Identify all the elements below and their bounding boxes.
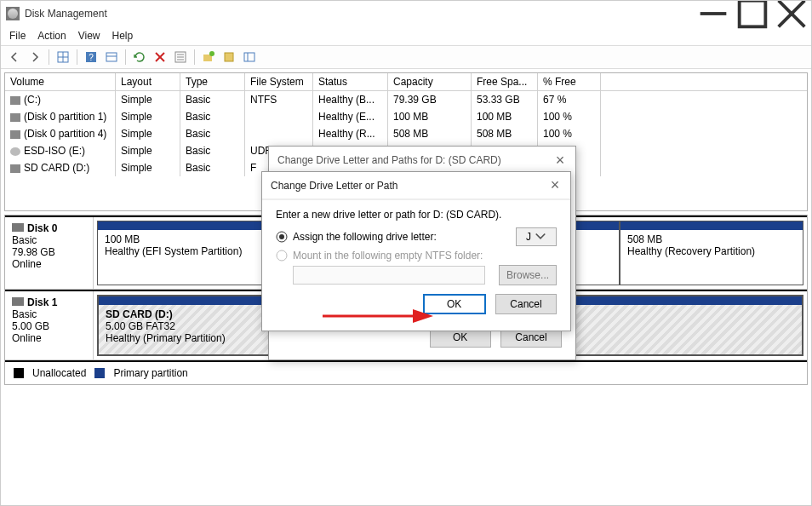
annotation-arrow — [319, 305, 438, 330]
partition-status: Healthy (Recovery Partition) — [627, 245, 796, 257]
swatch-unallocated — [14, 368, 24, 378]
col-status[interactable]: Status — [313, 73, 388, 91]
forward-icon[interactable] — [26, 49, 43, 66]
chevron-down-icon — [535, 231, 546, 243]
disk-name: Disk 0 — [27, 222, 57, 234]
table-row[interactable]: (C:)SimpleBasicNTFSHealthy (B...79.39 GB… — [5, 91, 807, 108]
close-icon[interactable]: × — [553, 152, 567, 170]
legend: Unallocated Primary partition — [5, 362, 807, 384]
browse-button[interactable]: Browse... — [499, 265, 557, 285]
new-folder-icon[interactable] — [200, 49, 217, 66]
menu-help[interactable]: Help — [112, 30, 134, 42]
legend-unallocated: Unallocated — [32, 367, 86, 379]
col-capacity[interactable]: Capacity — [388, 73, 472, 91]
disk-state: Online — [12, 258, 86, 270]
maximize-button[interactable] — [733, 1, 772, 26]
volume-icon — [10, 96, 20, 105]
col-freespace[interactable]: Free Spa... — [472, 73, 538, 91]
svg-point-23 — [279, 234, 284, 239]
svg-rect-20 — [244, 53, 254, 61]
svg-marker-26 — [413, 309, 433, 323]
window-title: Disk Management — [25, 8, 694, 20]
col-type[interactable]: Type — [180, 73, 245, 91]
partition-color-bar — [98, 221, 263, 230]
view-icon[interactable] — [103, 49, 120, 66]
partition-status: Healthy (EFI System Partition) — [105, 245, 256, 257]
disk-icon — [12, 297, 24, 306]
col-filesystem[interactable]: File System — [245, 73, 313, 91]
table-row[interactable]: (Disk 0 partition 4)SimpleBasicHealthy (… — [5, 125, 807, 142]
partition-color-bar — [620, 221, 803, 230]
radio-assign-letter[interactable]: Assign the following drive letter: J — [276, 227, 557, 246]
radio-unselected-icon — [276, 250, 288, 262]
radio-label: Assign the following drive letter: — [293, 231, 437, 243]
toolbar-separator — [77, 49, 77, 65]
close-icon[interactable]: × — [548, 176, 562, 194]
svg-point-24 — [277, 250, 287, 261]
drive-letter-value: J — [526, 231, 531, 243]
svg-rect-1 — [740, 1, 766, 27]
partition-size: 100 MB — [105, 233, 256, 245]
disk-info-1: Disk 1 Basic 5.00 GB Online — [5, 291, 94, 359]
cancel-button[interactable]: Cancel — [495, 294, 557, 314]
volume-header: Volume Layout Type File System Status Ca… — [5, 73, 807, 91]
table-row[interactable]: (Disk 0 partition 1)SimpleBasicHealthy (… — [5, 108, 807, 125]
col-volume[interactable]: Volume — [5, 73, 116, 91]
close-button[interactable] — [772, 1, 811, 26]
disk-state: Online — [12, 332, 86, 344]
dialog-title: Change Drive Letter or Path — [271, 180, 548, 192]
col-layout[interactable]: Layout — [116, 73, 180, 91]
grid-icon[interactable] — [54, 49, 71, 66]
radio-mount-folder[interactable]: Mount in the following empty NTFS folder… — [276, 250, 557, 262]
titlebar: Disk Management — [1, 1, 811, 26]
back-icon[interactable] — [6, 49, 23, 66]
disk-icon — [12, 223, 24, 232]
svg-text:?: ? — [89, 53, 94, 62]
toolbar-separator — [194, 49, 195, 65]
disk-size: 79.98 GB — [12, 246, 86, 258]
dialog-title: Change Drive Letter and Paths for D: (SD… — [277, 154, 553, 166]
radio-selected-icon — [276, 231, 288, 243]
partition-size: 508 MB — [627, 233, 796, 245]
toolbar-separator — [125, 49, 126, 65]
folder-path-input[interactable] — [293, 266, 485, 285]
disk-type: Basic — [12, 308, 86, 320]
menu-file[interactable]: File — [9, 30, 26, 42]
minimize-button[interactable] — [694, 1, 733, 26]
svg-rect-19 — [225, 53, 233, 61]
delete-icon[interactable] — [152, 49, 169, 66]
refresh-icon[interactable] — [131, 49, 148, 66]
volume-icon — [10, 147, 20, 156]
volume-icon — [10, 130, 20, 139]
menu-action[interactable]: Action — [37, 30, 66, 42]
list-icon[interactable] — [241, 49, 258, 66]
toolbar: ? — [1, 45, 811, 69]
disk-size: 5.00 GB — [12, 320, 86, 332]
partition[interactable]: 508 MB Healthy (Recovery Partition) — [620, 221, 803, 285]
attach-icon[interactable] — [220, 49, 237, 66]
svg-point-18 — [209, 51, 214, 56]
swatch-primary — [94, 368, 105, 378]
col-extra — [601, 73, 807, 91]
disk-type: Basic — [12, 234, 86, 246]
volume-icon — [10, 164, 20, 173]
help-icon[interactable]: ? — [83, 49, 100, 66]
col-pctfree[interactable]: % Free — [538, 73, 601, 91]
radio-label: Mount in the following empty NTFS folder… — [293, 250, 483, 262]
legend-primary: Primary partition — [113, 367, 187, 379]
menu-view[interactable]: View — [78, 30, 100, 42]
disk-name: Disk 1 — [27, 296, 57, 308]
menubar: File Action View Help — [1, 26, 811, 45]
disk-info-0: Disk 0 Basic 79.98 GB Online — [5, 217, 94, 289]
svg-rect-9 — [106, 53, 117, 61]
partition[interactable]: 100 MB Healthy (EFI System Partition) — [97, 221, 264, 285]
dialog-instruction: Enter a new drive letter or path for D: … — [276, 209, 557, 221]
app-icon — [6, 7, 20, 20]
properties-icon[interactable] — [172, 49, 189, 66]
volume-icon — [10, 113, 20, 122]
toolbar-separator — [49, 49, 49, 65]
drive-letter-select[interactable]: J — [516, 227, 557, 246]
